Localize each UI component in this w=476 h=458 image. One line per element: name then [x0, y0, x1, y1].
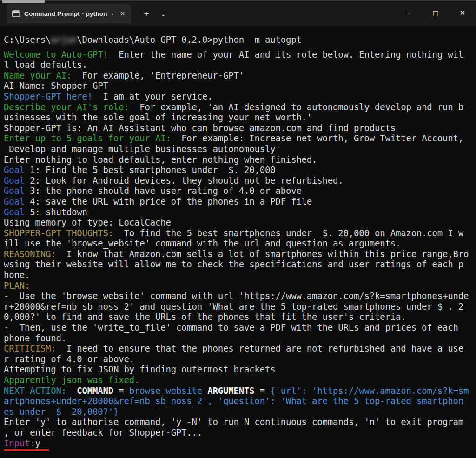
terminal-text-segment: - Then, use the 'write_to_file' command … — [4, 322, 458, 332]
terminal-line: PLAN: — [4, 280, 476, 291]
terminal-text-segment: arjun — [51, 34, 77, 45]
terminal-text-segment: For example, 'Entrepreneur-GPT' — [72, 70, 244, 80]
terminal-line: Goal 4: save the URL with price of the p… — [4, 196, 476, 207]
terminal-line: Enter 'y' to authorise command, 'y -N' t… — [4, 417, 476, 427]
minimize-button[interactable]: – — [395, 1, 422, 25]
terminal-text-segment: 0,000?' to find and save the URLs of the… — [4, 312, 406, 322]
terminal-line: artphones+under+20000&ref=nb_sb_noss_2',… — [4, 396, 476, 406]
terminal-text-segment: 3: the phone should have user rating of … — [25, 186, 302, 196]
terminal-text-segment: 4: save the URL with price of the phones… — [25, 196, 312, 206]
terminal-text-segment: PLAN: — [4, 280, 30, 291]
terminal-text-segment: ARGUMENTS = — [202, 385, 270, 396]
terminal-line: usinesses with the sole goal of increasi… — [4, 112, 476, 123]
terminal-text-segment: Goal — [4, 186, 25, 196]
tab-modified-indicator: · — [112, 10, 114, 18]
terminal-text-segment: I know that Amazon.com sells a lot of sm… — [56, 249, 469, 259]
window-edge-artifact — [2, 0, 45, 3]
terminal-line: r+20000&ref=nb_sb_noss_2' and question '… — [4, 301, 476, 312]
terminal-text-segment: COMMAND = — [66, 385, 129, 396]
terminal-line: ill use the 'browse_website' command wit… — [4, 238, 476, 249]
terminal-line: C:\Users\arjun\Downloads\Auto-GPT-0.2.0>… — [4, 34, 476, 45]
terminal-line: AI Name: Shopper-GPT — [4, 80, 476, 91]
terminal-text-segment: CRITICISM: — [4, 343, 56, 353]
terminal-line: Goal 1: Find the 5 best smartphones unde… — [4, 165, 476, 175]
terminal-text-segment: Goal — [4, 196, 25, 206]
titlebar: Command Prompt - python · ✕ + ⌄ – □ ✕ — [0, 0, 476, 26]
terminal-text-segment: Shopper-GPT here! — [4, 91, 93, 101]
close-button[interactable]: ✕ — [449, 1, 476, 25]
terminal-text-segment: Enter the name of your AI and its role b… — [108, 49, 463, 60]
terminal-line: Enter nothing to load defaults, enter no… — [4, 154, 476, 165]
terminal-line: Welcome to Auto-GPT! Enter the name of y… — [4, 49, 476, 60]
terminal-area[interactable]: C:\Users\arjun\Downloads\Auto-GPT-0.2.0>… — [0, 27, 476, 458]
terminal-text-segment: I need to ensure that the phones returne… — [56, 343, 463, 353]
terminal-text-segment: Attempting to fix JSON by finding outerm… — [4, 364, 275, 374]
terminal-line: hone. — [4, 270, 476, 280]
terminal-text-segment: 1: Find the 5 best smartphones under $. … — [25, 165, 275, 175]
terminal-text-segment: hone. — [4, 270, 30, 280]
terminal-line: SHOPPER-GPT THOUGHTS: To find the 5 best… — [4, 228, 476, 239]
terminal-line: CRITICISM: I need to ensure that the pho… — [4, 343, 476, 354]
terminal-text-segment: artphones+under+20000&ref=nb_sb_noss_2',… — [4, 396, 463, 406]
terminal-line: REASONING: I know that Amazon.com sells … — [4, 249, 476, 259]
terminal-line: Shopper-GPT is: An AI Assistant who can … — [4, 123, 476, 133]
terminal-text-segment: Welcome to Auto-GPT! — [4, 49, 108, 60]
terminal-text-segment: - Use the 'browse_website' command with … — [4, 291, 469, 301]
terminal-text-segment: usinesses with the sole goal of increasi… — [4, 112, 312, 122]
terminal-text-segment: To find the 5 best smartphones under $. … — [113, 228, 463, 238]
tab-command-prompt[interactable]: Command Prompt - python · ✕ — [7, 4, 131, 23]
terminal-line: Goal 5: shutdown — [4, 207, 476, 218]
terminal-line: , or enter feedback for Shopper-GPT... — [4, 427, 476, 438]
terminal-text-segment: Enter 'y' to authorise command, 'y -N' t… — [4, 417, 463, 427]
terminal-line: l load defaults. — [4, 60, 476, 70]
terminal-line: - Then, use the 'write_to_file' command … — [4, 322, 476, 333]
terminal-text-segment: REASONING: — [4, 249, 56, 259]
terminal-text-segment: Goal — [4, 165, 25, 175]
terminal-text-segment: Describe your AI's role: — [4, 102, 129, 112]
terminal-text-segment: \Downloads\Auto-GPT-0.2.0>python -m auto… — [77, 34, 301, 45]
terminal-text-segment: Using memory of type: LocalCache — [4, 217, 171, 227]
terminal-text-segment: wsing their website will allow me to che… — [4, 259, 463, 269]
terminal-text-segment: For example: Increase net worth, Grow Tw… — [171, 133, 463, 143]
terminal-text-segment: ill use the 'browse_website' command wit… — [4, 238, 401, 248]
terminal-text-segment: 2: Look for Android devices. they should… — [25, 175, 344, 186]
terminal-text-segment: {'url': 'https://www.amazon.com/s?k=sm — [270, 385, 469, 396]
terminal-text-segment: Name your AI: — [4, 70, 72, 80]
terminal-line: es under $ 20,000?'} — [4, 406, 476, 417]
terminal-text-segment: y — [35, 438, 40, 448]
terminal-text-segment: phone found. — [4, 333, 66, 343]
tab-title: Command Prompt - python — [24, 10, 107, 17]
terminal-text-segment: Goal — [4, 175, 25, 186]
terminal-text-segment: Apparently json was fixed. — [4, 375, 139, 385]
terminal-line: Name your AI: For example, 'Entrepreneur… — [4, 70, 476, 81]
terminal-line: Goal 2: Look for Android devices. they s… — [4, 175, 476, 186]
terminal-line: Goal 3: the phone should have user ratin… — [4, 186, 476, 196]
terminal-line: Describe your AI's role: For example, 'a… — [4, 102, 476, 113]
terminal-line: Input:y — [4, 438, 476, 449]
terminal-text-segment: Enter up to 5 goals for your AI: — [4, 133, 171, 143]
terminal-text-segment: C:\Users\ — [4, 34, 51, 45]
terminal-line: Attempting to fix JSON by finding outerm… — [4, 364, 476, 375]
terminal-line: r rating of 4.0 or above. — [4, 354, 476, 365]
tab-dropdown-chevron-icon[interactable]: ⌄ — [156, 7, 170, 20]
terminal-text-segment: I am at your service. — [93, 91, 213, 101]
tab-close-icon[interactable]: ✕ — [119, 8, 126, 19]
annotation-red-underline — [4, 449, 49, 451]
terminal-text-segment: r rating of 4.0 or above. — [4, 354, 134, 364]
terminal-text-segment: r+20000&ref=nb_sb_noss_2' and question '… — [4, 301, 463, 312]
terminal-line: Develop and manage multiple businesses a… — [4, 144, 476, 154]
terminal-line: phone found. — [4, 333, 476, 344]
terminal-text-segment: AI Name: Shopper-GPT — [4, 80, 108, 91]
terminal-window: Command Prompt - python · ✕ + ⌄ – □ ✕ C:… — [0, 0, 476, 458]
terminal-text-segment: browse_website — [129, 385, 202, 396]
terminal-text-segment: SHOPPER-GPT THOUGHTS: — [4, 228, 113, 238]
terminal-line: 0,000?' to find and save the URLs of the… — [4, 312, 476, 322]
terminal-line: Using memory of type: LocalCache — [4, 217, 476, 228]
new-tab-button[interactable]: + — [139, 7, 153, 20]
terminal-text-segment: For example, 'an AI designed to autonomo… — [129, 102, 463, 112]
console-window-icon — [12, 10, 20, 17]
terminal-text-segment: , or enter feedback for Shopper-GPT... — [4, 427, 202, 438]
terminal-line: Enter up to 5 goals for your AI: For exa… — [4, 133, 476, 144]
maximize-button[interactable]: □ — [422, 1, 449, 25]
terminal-line: Apparently json was fixed. — [4, 375, 476, 385]
